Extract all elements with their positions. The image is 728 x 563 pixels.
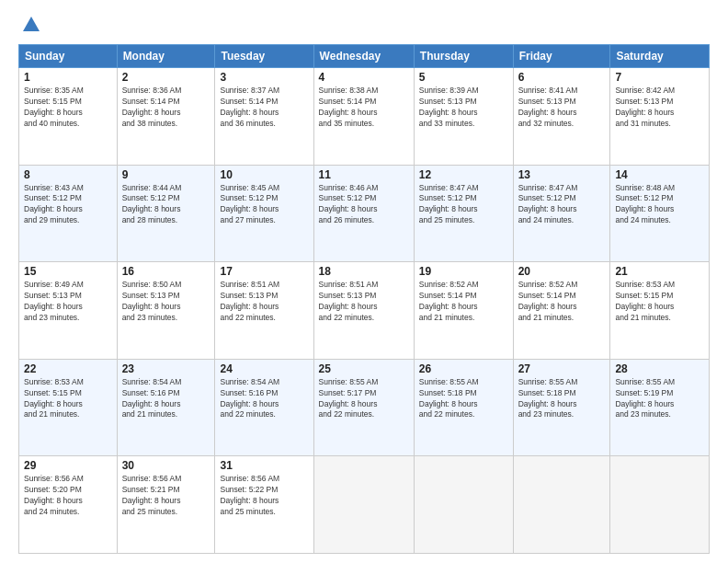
week-row-5: 29 Sunrise: 8:56 AMSunset: 5:20 PMDaylig…: [19, 456, 710, 554]
day-number: 17: [220, 265, 308, 278]
day-info: Sunrise: 8:55 AMSunset: 5:17 PMDaylight:…: [319, 377, 409, 421]
day-number: 9: [122, 168, 210, 181]
day-info: Sunrise: 8:55 AMSunset: 5:19 PMDaylight:…: [615, 377, 704, 421]
day-cell: [313, 456, 414, 554]
day-cell: 1 Sunrise: 8:35 AMSunset: 5:15 PMDayligh…: [19, 68, 118, 166]
day-number: 5: [419, 71, 508, 84]
day-number: 3: [220, 71, 308, 84]
day-number: 29: [24, 459, 112, 472]
day-info: Sunrise: 8:52 AMSunset: 5:14 PMDaylight:…: [419, 280, 508, 324]
day-cell: 22 Sunrise: 8:53 AMSunset: 5:15 PMDaylig…: [19, 359, 118, 456]
day-cell: 16 Sunrise: 8:50 AMSunset: 5:13 PMDaylig…: [117, 262, 215, 360]
day-number: 1: [24, 71, 112, 84]
day-cell: 3 Sunrise: 8:37 AMSunset: 5:14 PMDayligh…: [215, 68, 313, 166]
week-row-1: 1 Sunrise: 8:35 AMSunset: 5:15 PMDayligh…: [19, 68, 710, 166]
day-number: 27: [518, 362, 606, 375]
day-number: 6: [518, 71, 606, 84]
day-info: Sunrise: 8:37 AMSunset: 5:14 PMDaylight:…: [220, 86, 308, 130]
day-info: Sunrise: 8:47 AMSunset: 5:12 PMDaylight:…: [419, 183, 508, 227]
day-info: Sunrise: 8:55 AMSunset: 5:18 PMDaylight:…: [419, 377, 508, 421]
calendar-header-row: SundayMondayTuesdayWednesdayThursdayFrid…: [19, 45, 710, 68]
day-info: Sunrise: 8:55 AMSunset: 5:18 PMDaylight:…: [518, 377, 606, 421]
column-header-wednesday: Wednesday: [313, 45, 414, 68]
day-info: Sunrise: 8:51 AMSunset: 5:13 PMDaylight:…: [220, 280, 308, 324]
day-number: 15: [24, 265, 112, 278]
day-cell: 21 Sunrise: 8:53 AMSunset: 5:15 PMDaylig…: [610, 262, 710, 360]
day-cell: 17 Sunrise: 8:51 AMSunset: 5:13 PMDaylig…: [215, 262, 313, 360]
week-row-3: 15 Sunrise: 8:49 AMSunset: 5:13 PMDaylig…: [19, 262, 710, 360]
week-row-4: 22 Sunrise: 8:53 AMSunset: 5:15 PMDaylig…: [19, 359, 710, 456]
day-info: Sunrise: 8:36 AMSunset: 5:14 PMDaylight:…: [122, 86, 210, 130]
day-info: Sunrise: 8:45 AMSunset: 5:12 PMDaylight:…: [220, 183, 308, 227]
day-number: 13: [518, 168, 606, 181]
day-number: 28: [615, 362, 704, 375]
column-header-sunday: Sunday: [19, 45, 118, 68]
day-cell: 28 Sunrise: 8:55 AMSunset: 5:19 PMDaylig…: [610, 359, 710, 456]
logo-text: [18, 15, 44, 35]
day-info: Sunrise: 8:41 AMSunset: 5:13 PMDaylight:…: [518, 86, 606, 130]
day-cell: 2 Sunrise: 8:36 AMSunset: 5:14 PMDayligh…: [117, 68, 215, 166]
day-number: 14: [615, 168, 704, 181]
column-header-saturday: Saturday: [610, 45, 710, 68]
column-header-tuesday: Tuesday: [215, 45, 313, 68]
page: SundayMondayTuesdayWednesdayThursdayFrid…: [0, 0, 728, 563]
logo-icon: [21, 15, 41, 35]
day-cell: 5 Sunrise: 8:39 AMSunset: 5:13 PMDayligh…: [414, 68, 513, 166]
day-info: Sunrise: 8:46 AMSunset: 5:12 PMDaylight:…: [319, 183, 409, 227]
day-cell: 19 Sunrise: 8:52 AMSunset: 5:14 PMDaylig…: [414, 262, 513, 360]
day-cell: 11 Sunrise: 8:46 AMSunset: 5:12 PMDaylig…: [313, 165, 414, 262]
day-info: Sunrise: 8:47 AMSunset: 5:12 PMDaylight:…: [518, 183, 606, 227]
day-number: 22: [24, 362, 112, 375]
day-info: Sunrise: 8:49 AMSunset: 5:13 PMDaylight:…: [24, 280, 112, 324]
day-cell: 24 Sunrise: 8:54 AMSunset: 5:16 PMDaylig…: [215, 359, 313, 456]
calendar-table: SundayMondayTuesdayWednesdayThursdayFrid…: [18, 44, 710, 554]
day-cell: 27 Sunrise: 8:55 AMSunset: 5:18 PMDaylig…: [513, 359, 610, 456]
day-info: Sunrise: 8:53 AMSunset: 5:15 PMDaylight:…: [615, 280, 704, 324]
day-info: Sunrise: 8:44 AMSunset: 5:12 PMDaylight:…: [122, 183, 210, 227]
day-info: Sunrise: 8:42 AMSunset: 5:13 PMDaylight:…: [615, 86, 704, 130]
column-header-friday: Friday: [513, 45, 610, 68]
day-info: Sunrise: 8:43 AMSunset: 5:12 PMDaylight:…: [24, 183, 112, 227]
day-cell: 25 Sunrise: 8:55 AMSunset: 5:17 PMDaylig…: [313, 359, 414, 456]
day-info: Sunrise: 8:51 AMSunset: 5:13 PMDaylight:…: [319, 280, 409, 324]
day-number: 25: [319, 362, 409, 375]
day-number: 19: [419, 265, 508, 278]
day-cell: 8 Sunrise: 8:43 AMSunset: 5:12 PMDayligh…: [19, 165, 118, 262]
day-cell: 26 Sunrise: 8:55 AMSunset: 5:18 PMDaylig…: [414, 359, 513, 456]
day-cell: 13 Sunrise: 8:47 AMSunset: 5:12 PMDaylig…: [513, 165, 610, 262]
day-info: Sunrise: 8:53 AMSunset: 5:15 PMDaylight:…: [24, 377, 112, 421]
logo-area: [18, 15, 44, 35]
day-cell: 18 Sunrise: 8:51 AMSunset: 5:13 PMDaylig…: [313, 262, 414, 360]
day-number: 8: [24, 168, 112, 181]
day-info: Sunrise: 8:35 AMSunset: 5:15 PMDaylight:…: [24, 86, 112, 130]
day-number: 26: [419, 362, 508, 375]
day-number: 30: [122, 459, 210, 472]
day-number: 21: [615, 265, 704, 278]
week-row-2: 8 Sunrise: 8:43 AMSunset: 5:12 PMDayligh…: [19, 165, 710, 262]
day-cell: 14 Sunrise: 8:48 AMSunset: 5:12 PMDaylig…: [610, 165, 710, 262]
day-info: Sunrise: 8:56 AMSunset: 5:20 PMDaylight:…: [24, 474, 112, 518]
day-cell: [414, 456, 513, 554]
day-cell: 6 Sunrise: 8:41 AMSunset: 5:13 PMDayligh…: [513, 68, 610, 166]
day-info: Sunrise: 8:56 AMSunset: 5:22 PMDaylight:…: [220, 474, 308, 518]
day-cell: [610, 456, 710, 554]
day-cell: 7 Sunrise: 8:42 AMSunset: 5:13 PMDayligh…: [610, 68, 710, 166]
day-cell: 30 Sunrise: 8:56 AMSunset: 5:21 PMDaylig…: [117, 456, 215, 554]
column-header-thursday: Thursday: [414, 45, 513, 68]
day-info: Sunrise: 8:56 AMSunset: 5:21 PMDaylight:…: [122, 474, 210, 518]
day-cell: [513, 456, 610, 554]
column-header-monday: Monday: [117, 45, 215, 68]
day-number: 16: [122, 265, 210, 278]
day-number: 7: [615, 71, 704, 84]
day-info: Sunrise: 8:52 AMSunset: 5:14 PMDaylight:…: [518, 280, 606, 324]
day-number: 23: [122, 362, 210, 375]
day-cell: 9 Sunrise: 8:44 AMSunset: 5:12 PMDayligh…: [117, 165, 215, 262]
day-info: Sunrise: 8:54 AMSunset: 5:16 PMDaylight:…: [220, 377, 308, 421]
day-cell: 10 Sunrise: 8:45 AMSunset: 5:12 PMDaylig…: [215, 165, 313, 262]
svg-marker-0: [23, 17, 40, 31]
day-info: Sunrise: 8:39 AMSunset: 5:13 PMDaylight:…: [419, 86, 508, 130]
day-info: Sunrise: 8:50 AMSunset: 5:13 PMDaylight:…: [122, 280, 210, 324]
day-info: Sunrise: 8:38 AMSunset: 5:14 PMDaylight:…: [319, 86, 409, 130]
day-number: 31: [220, 459, 308, 472]
calendar-body: 1 Sunrise: 8:35 AMSunset: 5:15 PMDayligh…: [19, 68, 710, 554]
